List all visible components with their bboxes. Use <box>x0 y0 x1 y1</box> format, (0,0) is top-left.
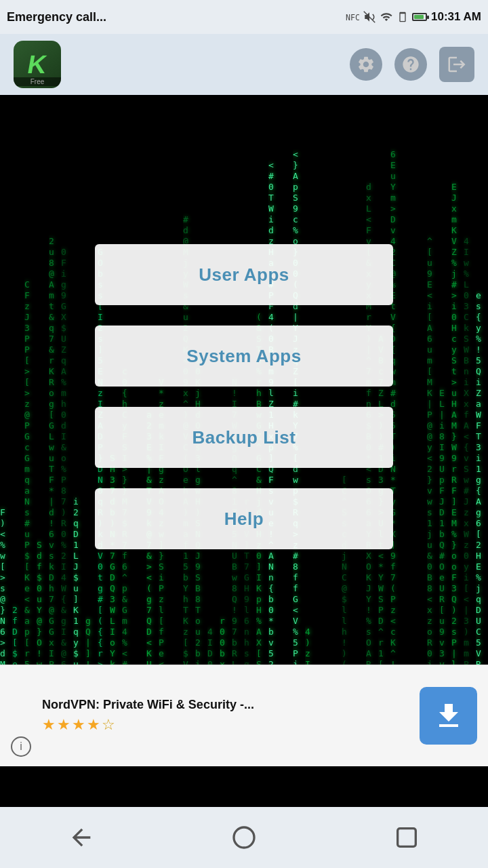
user-apps-button[interactable]: User Apps <box>95 244 393 305</box>
status-bar: Emergency call... NFC 10:31 AM <box>0 0 488 34</box>
sim-icon <box>397 11 408 23</box>
battery-icon <box>412 13 427 21</box>
nfc-icon: NFC <box>346 10 359 24</box>
exit-icon <box>447 54 467 75</box>
app-logo-free: Free <box>14 77 61 86</box>
app-logo: K Free <box>14 41 61 88</box>
settings-icon <box>357 55 375 74</box>
home-button[interactable] <box>217 810 271 865</box>
star-4: ★ <box>87 716 100 734</box>
ad-title: NordVPN: Private WiFi & Security -... <box>42 698 409 712</box>
buttons-container: User Apps System Apps Backup List Help <box>95 244 393 549</box>
nav-bar <box>0 807 488 868</box>
download-icon <box>432 700 465 732</box>
help-button[interactable] <box>394 48 427 81</box>
status-icons: NFC 10:31 AM <box>346 10 481 24</box>
ad-download-button[interactable] <box>420 687 477 745</box>
ad-info-icon: i <box>11 736 31 757</box>
ad-banner: i NordVPN: Private WiFi & Security -... … <box>0 665 488 766</box>
back-button[interactable] <box>54 810 108 865</box>
backup-list-button[interactable]: Backup List <box>95 407 393 468</box>
svg-rect-3 <box>398 829 416 847</box>
toolbar-actions <box>350 47 474 82</box>
help-main-button[interactable]: Help <box>95 488 393 549</box>
star-3: ★ <box>72 716 85 734</box>
star-5: ☆ <box>102 716 115 734</box>
back-icon <box>68 824 95 851</box>
svg-text:NFC: NFC <box>346 13 359 22</box>
status-time: 10:31 AM <box>431 10 481 24</box>
star-1: ★ <box>42 716 56 734</box>
ad-stars: ★ ★ ★ ★ ☆ <box>42 716 409 734</box>
main-content: F ) < % w [ > s @ } N 6 > d M > * ( 0 6 … <box>0 95 488 766</box>
wifi-icon <box>380 11 393 23</box>
help-icon <box>401 55 420 74</box>
home-icon <box>230 824 258 851</box>
toolbar: K Free <box>0 34 488 95</box>
ad-text-section: NordVPN: Private WiFi & Security -... ★ … <box>42 698 409 734</box>
app-logo-letter: K <box>25 50 49 79</box>
recent-icon <box>393 824 420 851</box>
svg-point-2 <box>234 827 254 848</box>
status-title: Emergency call... <box>7 10 106 24</box>
star-2: ★ <box>57 716 70 734</box>
mute-icon <box>363 11 375 23</box>
system-apps-button[interactable]: System Apps <box>95 326 393 387</box>
recent-button[interactable] <box>380 810 434 865</box>
status-left: Emergency call... <box>7 10 106 24</box>
settings-button[interactable] <box>350 48 382 81</box>
exit-button[interactable] <box>439 47 474 82</box>
